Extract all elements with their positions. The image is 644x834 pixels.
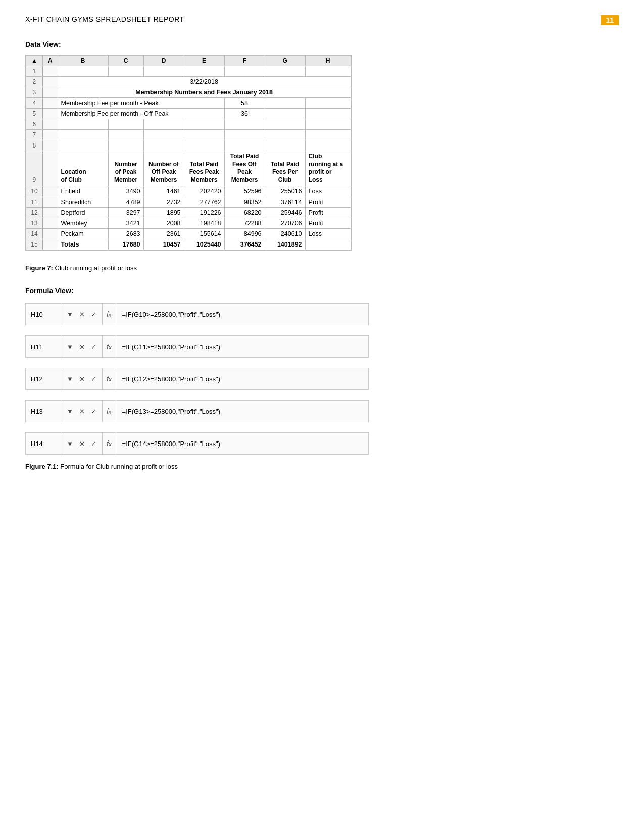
row-num-1: 1: [26, 66, 43, 77]
table-row: 10 Enfield 3490 1461 202420 52596 255016…: [26, 186, 351, 197]
row-num-7: 7: [26, 130, 43, 140]
col-header-d: D: [143, 56, 184, 66]
table-row: 3 Membership Numbers and Fees January 20…: [26, 87, 351, 98]
cell-g8: [265, 140, 305, 151]
dropdown-icon[interactable]: ▼: [65, 374, 75, 384]
page-number: 11: [601, 15, 619, 25]
data-view-label: Data View:: [25, 40, 619, 48]
col-header-f: F: [224, 56, 265, 66]
cell-c10: 3490: [108, 186, 143, 197]
cell-b1: [58, 66, 108, 77]
cell-main-title: Membership Numbers and Fees January 2018: [58, 87, 351, 98]
formula-cell-ref: H13: [26, 401, 61, 422]
page-header: X-FIT CHAIN GYMS SPREADSHEET REPORT 11: [25, 15, 619, 25]
row-num-15: 15: [26, 239, 43, 250]
row-num-10: 10: [26, 186, 43, 197]
cell-a13: [42, 218, 58, 229]
page-title: X-FIT CHAIN GYMS SPREADSHEET REPORT: [25, 15, 184, 23]
dropdown-icon[interactable]: ▼: [65, 439, 75, 449]
confirm-icon[interactable]: ✓: [89, 342, 98, 352]
cancel-icon[interactable]: ✕: [78, 439, 86, 449]
cell-f15: 376452: [224, 239, 265, 250]
row-num-12: 12: [26, 208, 43, 218]
cell-e6: [184, 119, 224, 130]
cell-d12: 1895: [143, 208, 184, 218]
cell-b12: Deptford: [58, 208, 108, 218]
col-header-triangle: ▲: [26, 56, 43, 66]
cancel-icon[interactable]: ✕: [78, 374, 86, 384]
confirm-icon[interactable]: ✓: [89, 310, 98, 319]
cell-f10: 52596: [224, 186, 265, 197]
cell-c7: [108, 130, 143, 140]
cell-e9: Total PaidFees PeakMembers: [184, 151, 224, 186]
cell-d6: [143, 119, 184, 130]
cell-c9: Numberof PeakMember: [108, 151, 143, 186]
figure7-caption: Figure 7: Club running at profit or loss: [25, 264, 619, 272]
formula-row: H10 ▼ ✕ ✓ fx =IF(G10>=258000,"Profit","L…: [25, 303, 369, 325]
cell-b7: [58, 130, 108, 140]
cell-g15: 1401892: [265, 239, 305, 250]
cell-a3: [42, 87, 58, 98]
table-row: 6: [26, 119, 351, 130]
cell-b10: Enfield: [58, 186, 108, 197]
cell-d10: 1461: [143, 186, 184, 197]
table-row: 11 Shoreditch 4789 2732 277762 98352 376…: [26, 197, 351, 208]
cell-row4-value: 58: [224, 98, 265, 109]
cell-date: 3/22/2018: [58, 77, 351, 87]
cancel-icon[interactable]: ✕: [78, 407, 86, 416]
cell-f1: [224, 66, 265, 77]
cell-h4: [305, 98, 351, 109]
formula-fx-label: fx: [103, 368, 116, 389]
dropdown-icon[interactable]: ▼: [65, 342, 75, 352]
cell-b9: Locationof Club: [58, 151, 108, 186]
row-num-13: 13: [26, 218, 43, 229]
dropdown-icon[interactable]: ▼: [65, 407, 75, 416]
confirm-icon[interactable]: ✓: [89, 439, 98, 449]
formula-cell-ref: H12: [26, 368, 61, 389]
formula-fx-label: fx: [103, 304, 116, 325]
cell-c6: [108, 119, 143, 130]
cell-b8: [58, 140, 108, 151]
cell-h7: [305, 130, 351, 140]
col-header-g: G: [265, 56, 305, 66]
cell-a12: [42, 208, 58, 218]
formula-expression: =IF(G13>=258000,"Profit","Loss"): [116, 408, 368, 415]
confirm-icon[interactable]: ✓: [89, 374, 98, 384]
cell-d15: 10457: [143, 239, 184, 250]
formula-expression: =IF(G12>=258000,"Profit","Loss"): [116, 375, 368, 383]
cell-h11: Profit: [305, 197, 351, 208]
cell-h13: Profit: [305, 218, 351, 229]
cell-d11: 2732: [143, 197, 184, 208]
cell-e13: 198418: [184, 218, 224, 229]
formula-fx-label: fx: [103, 433, 116, 454]
cell-a8: [42, 140, 58, 151]
table-row: 12 Deptford 3297 1895 191226 68220 25944…: [26, 208, 351, 218]
cell-a1: [42, 66, 58, 77]
cell-d1: [143, 66, 184, 77]
row-num-9: 9: [26, 151, 43, 186]
formula-cell-ref: H11: [26, 336, 61, 357]
cell-g11: 376114: [265, 197, 305, 208]
formula-row: H11 ▼ ✕ ✓ fx =IF(G11>=258000,"Profit","L…: [25, 335, 369, 358]
cell-g14: 240610: [265, 229, 305, 239]
cell-f14: 84996: [224, 229, 265, 239]
table-row: 1: [26, 66, 351, 77]
cancel-icon[interactable]: ✕: [78, 310, 86, 319]
row-num-2: 2: [26, 77, 43, 87]
cell-h6: [305, 119, 351, 130]
confirm-icon[interactable]: ✓: [89, 407, 98, 416]
cell-a5: [42, 109, 58, 119]
cell-c14: 2683: [108, 229, 143, 239]
cell-a9: [42, 151, 58, 186]
col-header-c: C: [108, 56, 143, 66]
figure7-caption-bold: Figure 7:: [25, 264, 53, 272]
formula-icons: ▼ ✕ ✓: [61, 304, 103, 325]
cell-a7: [42, 130, 58, 140]
cell-h14: Loss: [305, 229, 351, 239]
spreadsheet-table: ▲ A B C D E F G H 1: [26, 55, 351, 250]
cell-a6: [42, 119, 58, 130]
cell-c11: 4789: [108, 197, 143, 208]
formula-view-label: Formula View:: [25, 287, 619, 295]
dropdown-icon[interactable]: ▼: [65, 310, 75, 319]
cancel-icon[interactable]: ✕: [78, 342, 86, 352]
